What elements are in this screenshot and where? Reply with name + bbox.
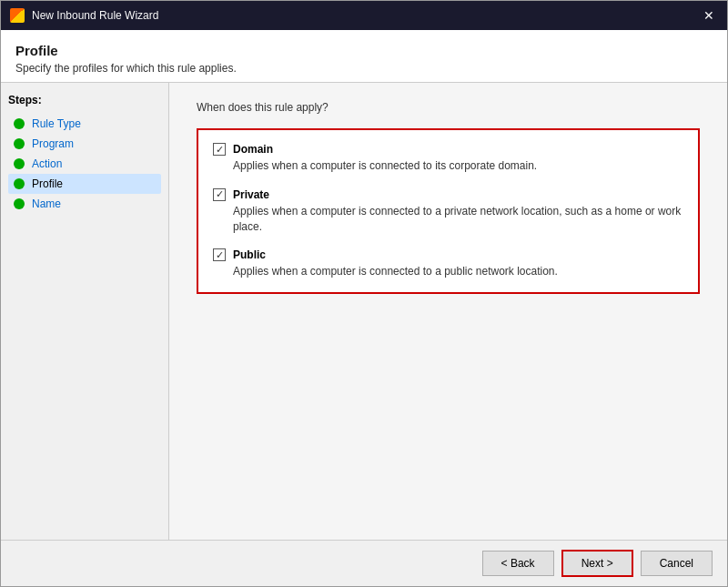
option-name-domain: Domain [233,143,273,156]
window-icon [10,8,25,23]
next-button[interactable]: Next > [561,550,633,577]
option-header-public: Public [213,248,683,261]
step-label-name: Name [32,197,61,210]
sidebar-item-action[interactable]: Action [8,154,161,174]
step-label-action: Action [32,157,62,170]
main-area: Steps: Rule TypeProgramActionProfileName… [1,83,727,540]
steps-label: Steps: [8,94,161,106]
checkbox-domain[interactable] [213,143,226,156]
back-button[interactable]: < Back [482,551,554,576]
option-name-public: Public [233,248,266,261]
option-desc-private: Applies when a computer is connected to … [233,204,683,235]
option-desc-public: Applies when a computer is connected to … [233,264,683,279]
page-title: Profile [15,43,713,58]
window-title: New Inbound Rule Wizard [32,9,693,22]
checkbox-private[interactable] [213,188,226,201]
step-label-program: Program [32,137,74,150]
step-dot-program [14,138,25,149]
content-area: When does this rule apply? DomainApplies… [169,83,727,540]
option-desc-domain: Applies when a computer is connected to … [233,158,683,174]
sidebar-item-name[interactable]: Name [8,194,161,214]
option-name-private: Private [233,188,269,201]
sidebar-item-profile[interactable]: Profile [8,174,161,194]
wizard-window: New Inbound Rule Wizard ✕ Profile Specif… [0,0,728,587]
step-label-rule-type: Rule Type [32,117,81,130]
window-content: Profile Specify the profiles for which t… [1,30,727,586]
sidebar-item-rule-type[interactable]: Rule Type [8,114,161,134]
page-subtitle: Specify the profiles for which this rule… [15,62,713,75]
question-label: When does this rule apply? [197,101,700,114]
footer: < Back Next > Cancel [1,540,727,586]
profile-option-domain: DomainApplies when a computer is connect… [213,143,683,174]
close-button[interactable]: ✕ [700,6,718,25]
step-dot-profile [14,178,25,189]
option-header-domain: Domain [213,143,683,156]
checkbox-public[interactable] [213,248,226,261]
step-dot-action [14,158,25,169]
profile-option-private: PrivateApplies when a computer is connec… [213,188,683,235]
title-bar: New Inbound Rule Wizard ✕ [1,1,727,30]
option-header-private: Private [213,188,683,201]
sidebar-item-program[interactable]: Program [8,134,161,154]
cancel-button[interactable]: Cancel [641,551,713,576]
step-label-profile: Profile [32,177,63,190]
step-dot-rule-type [14,118,25,129]
profile-options-box: DomainApplies when a computer is connect… [197,128,700,294]
step-dot-name [14,198,25,209]
profile-option-public: PublicApplies when a computer is connect… [213,248,683,279]
sidebar: Steps: Rule TypeProgramActionProfileName [1,83,169,540]
page-header: Profile Specify the profiles for which t… [1,30,727,83]
